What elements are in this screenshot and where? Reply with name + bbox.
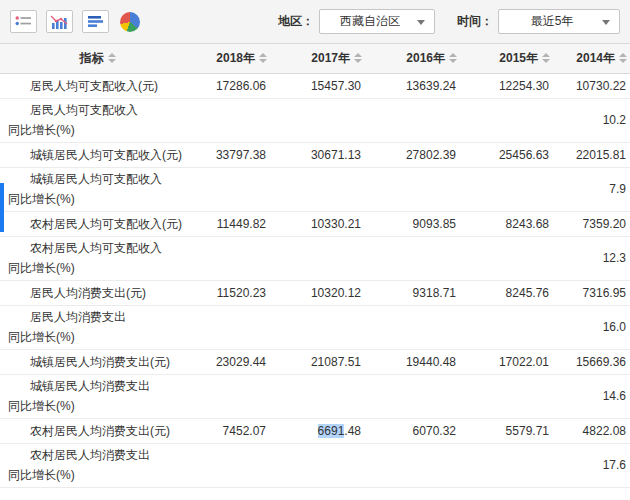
value-cell: 30671.13 — [270, 142, 365, 167]
column-header-label: 2018年 — [216, 51, 255, 65]
column-header-label: 2017年 — [311, 51, 350, 65]
value-cell: 7359.20 — [553, 211, 630, 236]
list-icon — [15, 15, 32, 28]
value-cell: 9318.71 — [365, 280, 460, 305]
value-cell: 8243.68 — [460, 211, 553, 236]
indicator-cell: 农村居民人均消费支出(元) — [0, 418, 195, 443]
value-cell: 7316.95 — [553, 280, 630, 305]
table-row: 城镇居民人均可支配收入(元) 33797.38 30671.13 27802.3… — [0, 142, 630, 167]
bar-chart-view-button[interactable] — [82, 10, 109, 33]
column-header-2015[interactable]: 2015年 — [460, 44, 553, 73]
value-cell: 7.9 — [553, 167, 630, 211]
table-row: 居民人均可支配收入(元) 17286.06 15457.30 13639.24 … — [0, 73, 630, 98]
value-cell — [365, 374, 460, 418]
value-cell — [195, 374, 270, 418]
table-row: 农村居民人均可支配收入(元) 11449.82 10330.21 9093.85… — [0, 211, 630, 236]
scrollbar-thumb[interactable] — [0, 183, 4, 232]
table-row: 居民人均消费支出(元) 11520.23 10320.12 9318.71 82… — [0, 280, 630, 305]
value-cell — [460, 374, 553, 418]
indicator-label: 城镇居民人均消费支出 — [0, 376, 195, 396]
indicator-cell: 城镇居民人均可支配收入(元) — [0, 142, 195, 167]
value-cell — [195, 305, 270, 349]
toolbar: 地区： 西藏自治区 时间： 最近5年 — [0, 0, 630, 44]
table-row: 农村居民人均可支配收入同比增长(%) 12.3 — [0, 236, 630, 280]
chevron-down-icon — [417, 20, 425, 25]
value-cell: 12.3 — [553, 236, 630, 280]
value-cell-highlighted: 6691.48 — [270, 418, 365, 443]
indicator-cell: 农村居民人均消费支出同比增长(%) — [0, 443, 195, 487]
sort-icon — [542, 53, 550, 63]
value-cell: 16.0 — [553, 305, 630, 349]
sort-icon — [619, 53, 627, 63]
value-cell — [270, 236, 365, 280]
indicator-label: 农村居民人均消费支出 — [0, 445, 195, 465]
time-select-value: 最近5年 — [531, 10, 588, 33]
value-cell: 6070.32 — [365, 418, 460, 443]
column-header-label: 2014年 — [576, 51, 615, 65]
value-cell: 9093.85 — [365, 211, 460, 236]
indicator-cell: 农村居民人均可支配收入同比增长(%) — [0, 236, 195, 280]
indicator-cell: 居民人均消费支出同比增长(%) — [0, 305, 195, 349]
indicator-cell: 居民人均可支配收入(元) — [0, 73, 195, 98]
value-cell — [365, 98, 460, 142]
value-cell: 17022.01 — [460, 349, 553, 374]
column-header-2014[interactable]: 2014年 — [553, 44, 630, 73]
value-cell: 11520.23 — [195, 280, 270, 305]
indicator-cell: 城镇居民人均可支配收入同比增长(%) — [0, 167, 195, 211]
column-header-label: 2015年 — [499, 51, 538, 65]
value-cell — [195, 167, 270, 211]
column-header-2017[interactable]: 2017年 — [270, 44, 365, 73]
region-select[interactable]: 西藏自治区 — [319, 9, 435, 34]
table-row: 居民人均消费支出同比增长(%) 16.0 — [0, 305, 630, 349]
value-cell: 21087.51 — [270, 349, 365, 374]
table-header-row: 指标 2018年 2017年 2016年 2015年 2014年 — [0, 44, 630, 73]
table-row: 城镇居民人均消费支出(元) 23029.44 21087.51 19440.48… — [0, 349, 630, 374]
value-cell — [270, 98, 365, 142]
region-select-value: 西藏自治区 — [340, 10, 414, 33]
indicator-label-line2: 同比增长(%) — [0, 120, 195, 140]
value-cell — [365, 305, 460, 349]
indicator-cell: 城镇居民人均消费支出(元) — [0, 349, 195, 374]
indicator-label: 居民人均可支配收入(元) — [0, 76, 195, 96]
column-header-2018[interactable]: 2018年 — [195, 44, 270, 73]
value-cell: 15669.36 — [553, 349, 630, 374]
sort-icon — [354, 53, 362, 63]
combo-chart-view-button[interactable] — [46, 10, 73, 33]
column-header-2016[interactable]: 2016年 — [365, 44, 460, 73]
time-select[interactable]: 最近5年 — [498, 9, 620, 34]
value-cell — [460, 167, 553, 211]
value-cell — [365, 167, 460, 211]
table-row: 居民人均可支配收入同比增长(%) 10.2 — [0, 98, 630, 142]
indicator-label: 城镇居民人均消费支出(元) — [0, 352, 195, 372]
value-cell: 10730.22 — [553, 73, 630, 98]
indicator-label: 居民人均消费支出(元) — [0, 283, 195, 303]
table-row: 城镇居民人均消费支出同比增长(%) 14.6 — [0, 374, 630, 418]
value-cell — [270, 167, 365, 211]
indicator-label: 居民人均可支配收入 — [0, 100, 195, 120]
column-header-indicator[interactable]: 指标 — [0, 44, 195, 73]
value-cell: 10330.21 — [270, 211, 365, 236]
sort-icon — [259, 53, 267, 63]
region-label: 地区： — [278, 13, 314, 30]
value-cell: 10320.12 — [270, 280, 365, 305]
value-cell: 27802.39 — [365, 142, 460, 167]
column-header-label: 指标 — [80, 51, 104, 65]
chevron-down-icon — [602, 20, 610, 25]
indicator-label: 城镇居民人均可支配收入(元) — [0, 145, 195, 165]
indicator-table: 指标 2018年 2017年 2016年 2015年 2014年 居民人均可支配… — [0, 44, 630, 488]
value-cell — [195, 443, 270, 487]
value-cell: 4822.08 — [553, 418, 630, 443]
value-cell — [270, 305, 365, 349]
table-row: 农村居民人均消费支出(元) 7452.07 6691.48 6070.32 55… — [0, 418, 630, 443]
pie-chart-view-button[interactable] — [120, 10, 144, 34]
table-view-button[interactable] — [10, 10, 37, 33]
indicator-cell: 居民人均消费支出(元) — [0, 280, 195, 305]
value-cell: 15457.30 — [270, 73, 365, 98]
value-cell: 23029.44 — [195, 349, 270, 374]
sort-icon — [108, 53, 116, 63]
indicator-label: 居民人均消费支出 — [0, 307, 195, 327]
value-cell — [270, 443, 365, 487]
indicator-label: 农村居民人均消费支出(元) — [0, 421, 195, 441]
value-cell: 5579.71 — [460, 418, 553, 443]
value-cell: 7452.07 — [195, 418, 270, 443]
